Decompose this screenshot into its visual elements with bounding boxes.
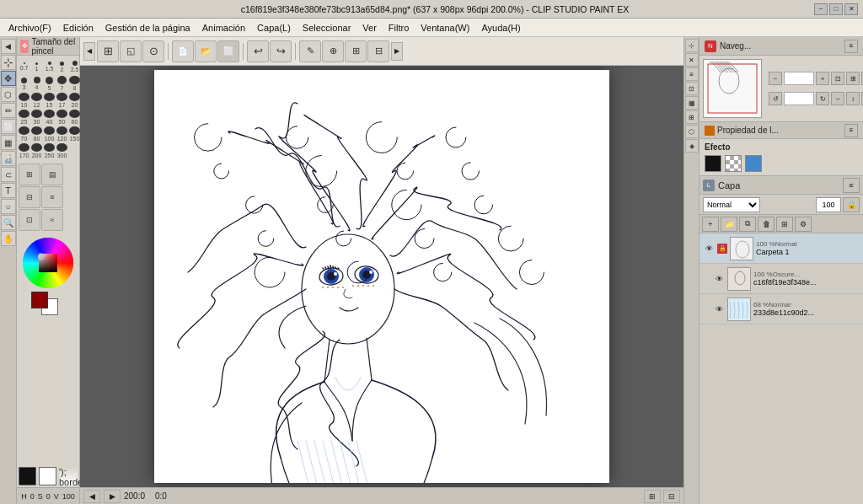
tool-eraser[interactable]: ⬜: [1, 119, 16, 134]
effect-black[interactable]: [705, 155, 721, 172]
new-layer-btn[interactable]: +: [702, 217, 719, 232]
close-button[interactable]: ✕: [844, 3, 858, 15]
tool-transform[interactable]: ⬡: [1, 87, 16, 102]
mesh-icon[interactable]: ⊞: [345, 40, 367, 62]
tool-hand[interactable]: ✋: [1, 231, 16, 246]
zoom-input[interactable]: 200.0: [784, 72, 814, 85]
white-swatch[interactable]: [39, 467, 56, 485]
brush-size-cell[interactable]: 1.5: [44, 59, 55, 74]
tool-pen[interactable]: ✏: [1, 103, 16, 118]
right-tool-8[interactable]: ◈: [685, 139, 699, 153]
brush-size-cell[interactable]: 70: [19, 126, 29, 142]
tool-select[interactable]: ⊹: [1, 55, 16, 70]
right-tool-4[interactable]: ⊡: [685, 82, 699, 95]
zoom-fit-btn[interactable]: ⊡: [831, 72, 844, 85]
right-tool-6[interactable]: ⊞: [685, 110, 699, 124]
layer-item-2[interactable]: 👁 100 %Oscure... c16f8f19e3f348e...: [700, 264, 863, 294]
subtool-option-4[interactable]: ≡: [41, 186, 63, 208]
right-tool-3[interactable]: ≡: [685, 67, 699, 81]
brush-size-cell[interactable]: 30: [31, 110, 42, 125]
brush-size-cell[interactable]: 170: [19, 143, 29, 158]
menu-ayuda[interactable]: Ayuda(H): [476, 21, 525, 35]
nav-settings[interactable]: ≡: [844, 40, 858, 53]
brush-size-cell[interactable]: 80: [31, 126, 42, 142]
maximize-button[interactable]: □: [829, 3, 843, 15]
effect-blue[interactable]: [745, 155, 762, 172]
foreground-color-swatch[interactable]: [31, 292, 48, 308]
color-wheel-container[interactable]: [21, 236, 75, 290]
warp-icon[interactable]: ⊟: [367, 40, 389, 62]
brush-size-cell[interactable]: 12: [31, 93, 42, 108]
subtool-option-6[interactable]: ≈: [41, 209, 63, 231]
brush-size-cell[interactable]: 25: [19, 110, 29, 125]
brush-size-cell[interactable]: 250: [44, 143, 55, 158]
rotation-input[interactable]: 0.0: [784, 92, 814, 105]
target-icon[interactable]: ⊙: [142, 40, 164, 62]
page-first[interactable]: ⊞: [644, 490, 661, 503]
brush-size-cell[interactable]: 100: [44, 126, 55, 142]
layer-eye-2[interactable]: 👁: [713, 273, 725, 285]
new-icon[interactable]: 📄: [172, 40, 194, 62]
layer-settings-btn[interactable]: ⚙: [795, 217, 812, 232]
brush-size-cell[interactable]: 5: [44, 76, 55, 91]
zoom-fill-btn[interactable]: ⊞: [846, 72, 860, 85]
brush-size-cell[interactable]: 4: [31, 76, 42, 91]
duplicate-layer-btn[interactable]: ⧉: [739, 217, 756, 232]
rotate-cw-btn[interactable]: ↻: [816, 92, 829, 105]
brush-size-cell[interactable]: 7: [56, 76, 67, 91]
tool-fill[interactable]: ▦: [1, 135, 16, 150]
black-swatch[interactable]: [19, 467, 36, 485]
toolbar-arrow-left[interactable]: ◀: [1, 39, 16, 54]
brush-size-cell[interactable]: 1: [31, 59, 42, 74]
brush-size-cell[interactable]: 2.5: [69, 59, 80, 74]
open-icon[interactable]: 📂: [195, 40, 217, 62]
toolbar-overflow-right[interactable]: ▶: [391, 42, 403, 61]
tool-eyedropper[interactable]: 🔬: [1, 151, 16, 166]
menu-edicion[interactable]: Edición: [58, 21, 99, 35]
blend-mode-select[interactable]: Normal Multiply Screen Overlay: [703, 197, 760, 212]
nav-btn-next[interactable]: ▶: [104, 490, 121, 503]
new-folder-btn[interactable]: 📁: [721, 217, 737, 232]
brush-size-cell[interactable]: 15: [44, 93, 55, 108]
effect-checker[interactable]: [725, 155, 742, 172]
rotate-ccw-btn[interactable]: ↺: [769, 92, 782, 105]
brush-size-cell[interactable]: 300: [56, 143, 67, 158]
menu-gestion[interactable]: Gestión de la página: [100, 21, 196, 35]
tool-text[interactable]: T: [1, 183, 16, 198]
canvas-container[interactable]: [80, 66, 683, 487]
brush-size-cell[interactable]: 3: [19, 76, 29, 91]
zoom-out-btn[interactable]: −: [769, 72, 782, 85]
nav-btn-prev[interactable]: ◀: [83, 490, 100, 503]
brush-size-cell[interactable]: 150: [69, 126, 80, 142]
layer-eye-folder[interactable]: 👁: [703, 243, 715, 255]
subtool-option-2[interactable]: ▤: [41, 164, 63, 185]
properties-menu-btn[interactable]: ≡: [844, 124, 858, 137]
menu-capa[interactable]: Capa(L): [252, 21, 296, 35]
select-all-icon[interactable]: ◱: [120, 40, 142, 62]
right-tool-7[interactable]: ⬡: [685, 125, 699, 138]
tool-move[interactable]: ✥: [1, 71, 16, 86]
brush-size-cell[interactable]: 40: [44, 110, 55, 125]
pen-icon[interactable]: ✎: [299, 40, 321, 62]
opacity-input[interactable]: [816, 197, 841, 212]
menu-ver[interactable]: Ver: [357, 21, 382, 35]
brush-size-cell[interactable]: 0.7: [19, 59, 29, 74]
grid-icon[interactable]: ⊞: [97, 40, 119, 62]
menu-ventana[interactable]: Ventana(W): [415, 21, 474, 35]
brush-size-cell[interactable]: 20: [69, 93, 80, 108]
page-rec[interactable]: ⊟: [663, 490, 680, 503]
merge-layer-btn[interactable]: ⊞: [776, 217, 793, 232]
layer-item-3[interactable]: 👁 68 %Normal 233d8e11c90d2...: [700, 294, 863, 324]
save-icon[interactable]: ⬜: [217, 40, 239, 62]
menu-filtro[interactable]: Filtro: [383, 21, 414, 35]
menu-animacion[interactable]: Animación: [197, 21, 250, 35]
menu-seleccionar[interactable]: Seleccionar: [297, 21, 356, 35]
tool-lasso[interactable]: ⊂: [1, 167, 16, 182]
flip-h-btn[interactable]: ↔: [831, 92, 844, 105]
toolbar-overflow-left[interactable]: ◀: [83, 42, 95, 61]
delete-layer-btn[interactable]: 🗑: [758, 217, 775, 232]
layer-item-folder[interactable]: 👁 🔒 100 %Normal Carpeta 1: [700, 233, 863, 264]
undo-icon[interactable]: ↩: [247, 40, 269, 62]
brush-size-cell[interactable]: 17: [56, 93, 67, 108]
right-tool-1[interactable]: ⊹: [685, 39, 699, 52]
